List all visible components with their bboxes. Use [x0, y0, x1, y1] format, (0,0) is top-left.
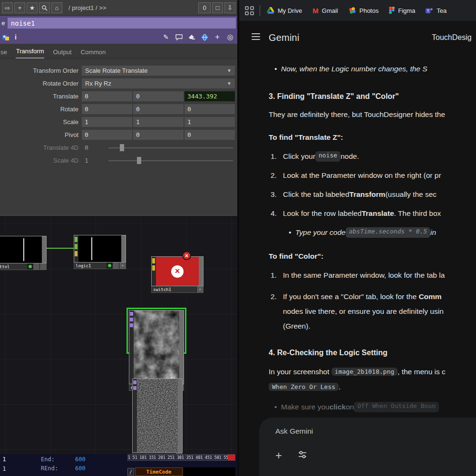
- playhead-marker[interactable]: [228, 455, 235, 460]
- translate4d-value: 0: [82, 144, 108, 151]
- node-output-rail[interactable]: [121, 235, 126, 262]
- bookmark-label: Gmail: [322, 7, 338, 14]
- pivot-x-field[interactable]: 0: [82, 130, 132, 140]
- gemini-input-panel[interactable]: Ask Gemini +: [259, 418, 476, 476]
- frame-counter-2[interactable]: 1: [2, 465, 6, 472]
- node-noise2[interactable]: noise2 +: [132, 379, 183, 414]
- input-connector[interactable]: [75, 244, 78, 249]
- tab-transform[interactable]: Transform: [16, 44, 45, 58]
- back-arrow-button[interactable]: ⇨: [2, 2, 13, 13]
- timeline-ruler[interactable]: 1 51 101 151 201 251 301 351 401 451 501…: [127, 454, 235, 461]
- td-path-toolbar: ⇨ + ★ ⌂ / project1 / >> 0 □ ⇩: [0, 0, 237, 16]
- add-button[interactable]: +: [14, 2, 25, 13]
- bookmark-teams[interactable]: T Tea: [426, 7, 447, 14]
- home-button[interactable]: ⌂: [51, 2, 62, 13]
- response-text: When Zero Or Less.: [269, 382, 476, 392]
- info-icon[interactable]: i: [13, 32, 19, 42]
- rotate-order-dropdown[interactable]: Rx Ry Rz ▼: [82, 78, 235, 88]
- node-flag[interactable]: +: [197, 286, 203, 292]
- search-button[interactable]: [39, 2, 50, 13]
- rotate-z-field[interactable]: 0: [185, 104, 235, 114]
- scale-y-field[interactable]: 1: [133, 117, 184, 127]
- network-path-breadcrumb[interactable]: / project1 / >>: [68, 4, 197, 11]
- translate4d-slider[interactable]: [108, 144, 233, 152]
- bookmark-gmail[interactable]: M Gmail: [312, 7, 338, 15]
- node-output-rail[interactable]: [199, 257, 203, 286]
- tools-button[interactable]: [297, 449, 308, 462]
- bookmark-photos[interactable]: Photos: [349, 7, 379, 14]
- input-connector[interactable]: [130, 312, 133, 316]
- node-flag[interactable]: +: [119, 262, 126, 269]
- rotate-y-field[interactable]: 0: [133, 104, 184, 114]
- scale-z-field[interactable]: 1: [185, 117, 235, 127]
- node-output-rail[interactable]: [179, 311, 184, 384]
- ask-gemini-placeholder[interactable]: Ask Gemini: [275, 427, 476, 436]
- hamburger-icon: [252, 33, 261, 40]
- transform-order-dropdown[interactable]: Scale Rotate Translate ▼: [82, 66, 235, 76]
- tab-output[interactable]: Output: [52, 45, 72, 58]
- eraser-icon[interactable]: [187, 32, 196, 42]
- scale-x-field[interactable]: 1: [82, 117, 132, 127]
- edit-pencil-icon[interactable]: ✎: [161, 32, 171, 42]
- language-globe-icon[interactable]: [200, 32, 209, 42]
- conversation-title[interactable]: TouchDesig: [432, 33, 472, 42]
- pivot-y-field[interactable]: 0: [133, 130, 184, 140]
- input-connector[interactable]: [75, 251, 78, 256]
- viewer-detail: [23, 238, 24, 261]
- rotate-x-field[interactable]: 0: [82, 104, 132, 114]
- end-value[interactable]: 600: [75, 456, 86, 463]
- node-body: ×: [151, 256, 204, 286]
- menu-button[interactable]: [252, 33, 261, 42]
- input-connector[interactable]: [75, 237, 78, 242]
- network-editor[interactable]: dattol logic1 +: [0, 216, 237, 454]
- attach-plus-button[interactable]: +: [275, 449, 282, 462]
- node-name: dattol: [0, 263, 27, 270]
- frame-counter[interactable]: 1: [2, 456, 6, 463]
- collapse-button[interactable]: ⇩: [224, 2, 235, 13]
- input-connector[interactable]: [152, 265, 155, 271]
- apps-grid-icon[interactable]: [245, 6, 254, 15]
- list-number: 3.: [269, 189, 283, 200]
- node-flag[interactable]: [113, 262, 119, 269]
- node-noise1[interactable]: noise1 +: [129, 310, 184, 351]
- input-connector[interactable]: [130, 323, 133, 327]
- gemini-response: • Now, when the Logic number changes, th…: [269, 62, 476, 416]
- counter-field[interactable]: 0: [198, 2, 211, 13]
- comment-icon[interactable]: [174, 32, 184, 42]
- response-heading: 3. Finding "Translate Z" and "Color": [269, 91, 476, 102]
- input-connector[interactable]: [152, 258, 155, 263]
- input-connector[interactable]: [133, 386, 136, 390]
- pivot-z-field[interactable]: 0: [185, 130, 235, 140]
- rend-value[interactable]: 600: [75, 465, 86, 472]
- node-dattol[interactable]: dattol: [0, 236, 47, 270]
- maximize-button[interactable]: □: [212, 2, 223, 13]
- scale4d-slider[interactable]: [108, 156, 233, 165]
- translate-z-field[interactable]: 3443.392: [185, 91, 235, 101]
- input-connector[interactable]: [130, 318, 133, 321]
- param-row-scale: Scale 1 1 1: [0, 116, 235, 128]
- node-output-rail[interactable]: [178, 379, 182, 452]
- add-parameter-icon[interactable]: +: [213, 32, 222, 42]
- node-flag[interactable]: [40, 263, 46, 270]
- input-connector[interactable]: [133, 380, 136, 384]
- node-flag[interactable]: [33, 263, 39, 270]
- tab-noise-clipped[interactable]: se: [0, 45, 8, 58]
- error-badge-icon[interactable]: ×: [182, 251, 191, 260]
- translate-y-field[interactable]: 0: [133, 91, 184, 101]
- slider-handle[interactable]: [137, 157, 141, 164]
- node-name-field[interactable]: noise1: [8, 18, 236, 29]
- node-switch1[interactable]: × switch1 +: [151, 256, 204, 293]
- target-icon[interactable]: ◎: [225, 32, 235, 42]
- divide-button[interactable]: /: [127, 468, 134, 476]
- bookmark-star-button[interactable]: ★: [27, 2, 38, 13]
- node-logic1[interactable]: logic1 +: [74, 235, 126, 269]
- translate-x-field[interactable]: 0: [82, 91, 132, 101]
- tab-common[interactable]: Common: [80, 45, 107, 58]
- bookmark-label: My Drive: [278, 7, 302, 14]
- back-arrow-icon: ⇨: [5, 4, 10, 11]
- bookmark-my-drive[interactable]: My Drive: [267, 7, 302, 14]
- slider-handle[interactable]: [120, 144, 124, 151]
- timecode-button[interactable]: TimeCode: [135, 467, 183, 476]
- bookmark-figma[interactable]: Figma: [389, 7, 415, 14]
- node-output-rail[interactable]: [42, 236, 46, 263]
